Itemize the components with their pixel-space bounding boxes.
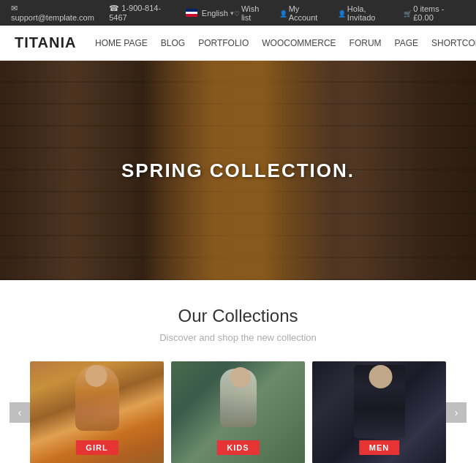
user-icon — [279, 9, 287, 18]
nav-portfolio[interactable]: PORTFOLIO — [198, 38, 249, 48]
language-text: English — [202, 9, 228, 18]
prev-arrow-button[interactable]: ‹ — [10, 402, 30, 423]
cart-link[interactable]: 0 items - £0.00 — [404, 4, 465, 22]
top-bar: support@template.com 1-900-814-5467 Engl… — [0, 0, 476, 26]
top-bar-right: Wish list My Account Hola, Invitado 0 it… — [234, 4, 465, 22]
collections-title: Our Collections — [15, 306, 461, 326]
user-icon-2 — [338, 9, 346, 18]
collections-subtitle: Discover and shop the new collection — [15, 332, 461, 343]
top-bar-left: support@template.com 1-900-814-5467 Engl… — [11, 4, 234, 22]
nav-home[interactable]: HOME PAGE — [95, 38, 148, 48]
phone-icon — [109, 4, 119, 12]
men-label: MEN — [359, 440, 399, 455]
card-girl[interactable]: GIRL — [30, 361, 164, 463]
nav-woocommerce[interactable]: WOOCOMMERCE — [262, 38, 336, 48]
cards-container: GIRL KIDS MEN — [30, 361, 446, 463]
email-text: support@template.com — [11, 13, 94, 22]
phone-link[interactable]: 1-900-814-5467 — [109, 4, 177, 22]
nav-page[interactable]: PAGE — [395, 38, 418, 48]
collections-section: Our Collections Discover and shop the ne… — [0, 280, 476, 463]
wishlist-link[interactable]: Wish list — [234, 4, 271, 22]
my-account-link[interactable]: My Account — [279, 4, 329, 22]
card-men[interactable]: MEN — [312, 361, 446, 463]
cards-wrapper: ‹ GIRL KIDS — [15, 361, 461, 463]
my-account-text: My Account — [289, 4, 329, 22]
flag-icon — [186, 9, 197, 17]
logo[interactable]: TITANIA — [15, 34, 73, 51]
nav-shortcode[interactable]: SHORTCODE — [431, 38, 476, 48]
nav-blog[interactable]: BLOG — [161, 38, 185, 48]
main-nav: HOME PAGE BLOG PORTFOLIO WOOCOMMERCE FOR… — [95, 38, 476, 48]
cart-icon — [404, 9, 412, 18]
hello-text: Hola, Invitado — [338, 4, 395, 22]
kids-label: KIDS — [216, 440, 259, 455]
language-selector[interactable]: English ▾ — [186, 9, 234, 18]
hero-section: SPRING COLLECTION. — [0, 61, 476, 280]
card-kids[interactable]: KIDS — [171, 361, 305, 463]
next-arrow-button[interactable]: › — [446, 402, 466, 423]
nav-forum[interactable]: FORUM — [350, 38, 382, 48]
envelope-icon — [11, 4, 18, 12]
hero-text: SPRING COLLECTION. — [121, 159, 355, 182]
email-link[interactable]: support@template.com — [11, 4, 100, 22]
girl-label: GIRL — [75, 440, 118, 455]
heart-icon — [234, 9, 240, 18]
header: TITANIA HOME PAGE BLOG PORTFOLIO WOOCOMM… — [0, 26, 476, 61]
cart-text: 0 items - £0.00 — [413, 4, 465, 22]
wishlist-text: Wish list — [241, 4, 271, 22]
